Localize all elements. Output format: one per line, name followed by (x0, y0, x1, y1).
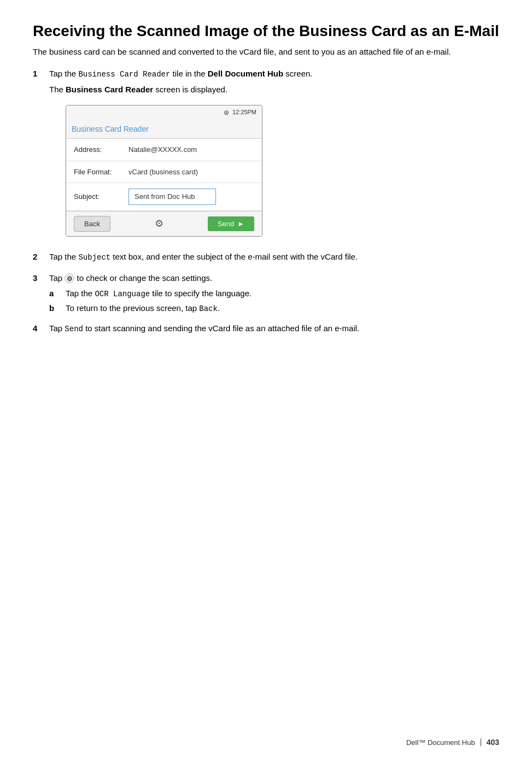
intro-paragraph: The business card can be scanned and con… (33, 46, 499, 58)
sub-step-3b: b To return to the previous screen, tap … (49, 302, 499, 315)
step-1-sub: The Business Card Reader screen is displ… (49, 84, 499, 96)
gear-inline-icon: ⚙ (65, 273, 74, 283)
send-arrow-icon: ► (237, 220, 244, 228)
sub-step-3b-content: To return to the previous screen, tap Ba… (66, 302, 220, 315)
step-4-content: Tap Send to start scanning and sending t… (49, 322, 499, 338)
step-2-number: 2 (33, 251, 49, 267)
device-row-address: Address: Natalie@XXXXX.com (66, 139, 262, 161)
device-label-subject: Subject: (74, 191, 128, 202)
step-4-number: 4 (33, 322, 49, 338)
step-3-number: 3 (33, 272, 49, 318)
device-body: Address: Natalie@XXXXX.com File Format: … (66, 139, 262, 211)
step-2: 2 Tap the Subject text box, and enter th… (33, 251, 499, 267)
device-row-subject: Subject: Sent from Doc Hub (66, 183, 262, 211)
send-label: Send (218, 220, 234, 228)
page-number: 403 (487, 738, 499, 747)
sub-step-3b-label: b (49, 302, 66, 315)
step-3-content: Tap ⚙ to check or change the scan settin… (49, 272, 499, 318)
device-app-title: Business Card Reader (72, 125, 149, 133)
step-3-sub-steps: a Tap the OCR Language tile to specify t… (49, 287, 499, 315)
device-footer: Back ⚙ Send ► (66, 211, 262, 236)
footer-brand: Dell™ Document Hub (406, 738, 475, 747)
sub-step-3a: a Tap the OCR Language tile to specify t… (49, 287, 499, 300)
gear-icon[interactable]: ⚙ (155, 216, 163, 231)
footer-divider (481, 738, 481, 746)
step-2-content: Tap the Subject text box, and enter the … (49, 251, 499, 267)
step-4: 4 Tap Send to start scanning and sending… (33, 322, 499, 338)
step-4-main: Tap Send to start scanning and sending t… (49, 322, 499, 335)
step-2-main: Tap the Subject text box, and enter the … (49, 251, 499, 263)
page-footer: Dell™ Document Hub 403 (406, 738, 499, 747)
step-1-number: 1 (33, 68, 49, 245)
step-1-main: Tap the Business Card Reader tile in the… (49, 68, 499, 80)
device-send-button[interactable]: Send ► (208, 216, 254, 231)
step-3: 3 Tap ⚙ to check or change the scan sett… (33, 272, 499, 318)
device-label-address: Address: (74, 144, 128, 155)
device-subject-input[interactable]: Sent from Doc Hub (128, 189, 216, 205)
step-1-content: Tap the Business Card Reader tile in the… (49, 68, 499, 245)
step-3-main: Tap ⚙ to check or change the scan settin… (49, 272, 499, 285)
device-status-bar: ⊜ 12:25PM (66, 105, 262, 120)
sub-step-3a-label: a (49, 287, 66, 300)
step-1: 1 Tap the Business Card Reader tile in t… (33, 68, 499, 245)
device-label-fileformat: File Format: (74, 167, 128, 178)
device-value-fileformat: vCard (business card) (128, 167, 198, 178)
device-value-address: Natalie@XXXXX.com (128, 144, 197, 155)
page-title: Receiving the Scanned Image of the Busin… (33, 22, 499, 40)
device-screenshot: ⊜ 12:25PM Business Card Reader Address: … (66, 105, 262, 237)
wifi-icon: ⊜ (224, 108, 229, 118)
sub-step-3a-content: Tap the OCR Language tile to specify the… (66, 287, 252, 300)
device-row-fileformat: File Format: vCard (business card) (66, 161, 262, 184)
device-back-button[interactable]: Back (74, 216, 110, 232)
steps-list: 1 Tap the Business Card Reader tile in t… (33, 68, 499, 338)
device-title-bar: Business Card Reader (66, 120, 262, 139)
device-time: 12:25PM (232, 108, 256, 117)
